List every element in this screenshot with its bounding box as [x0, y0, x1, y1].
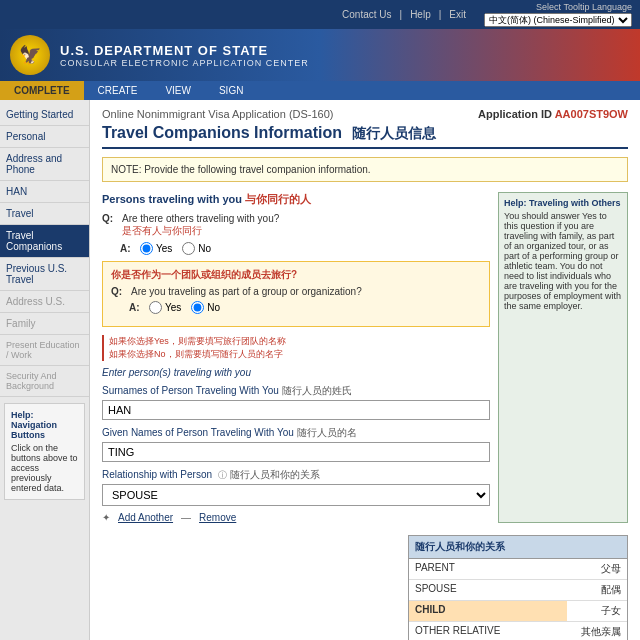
q1-text: Are there others traveling with you? 是否有… [122, 213, 490, 238]
tab-create[interactable]: CREATE [84, 81, 152, 100]
page-title: Travel Companions Information 随行人员信息 [102, 124, 628, 149]
exit-link[interactable]: Exit [449, 9, 466, 20]
section1-title: Persons traveling with you 与你同行的人 [102, 192, 490, 207]
section1-row: Persons traveling with you 与你同行的人 Q: Are… [102, 192, 628, 523]
header-title: U.S. Department of State CONSULAR ELECTR… [60, 43, 309, 68]
surname-label: Surnames of Person Traveling With You 随行… [102, 384, 490, 398]
sidebar-help-text: Click on the buttons above to access pre… [11, 443, 78, 493]
group-no[interactable]: No [191, 301, 220, 314]
sidebar-item-prev-us-travel[interactable]: Previous U.S. Travel [0, 258, 89, 291]
rel-row-child: CHILD 子女 [409, 601, 627, 622]
given-name-input[interactable] [102, 442, 490, 462]
group-q-row: Q: Are you traveling as part of a group … [111, 286, 481, 297]
a1-row: A: Yes No [102, 242, 490, 255]
help-text: You should answer Yes to this question i… [504, 211, 622, 311]
top-bar: Contact Us | Help | Exit Select Tooltip … [0, 0, 640, 29]
group-q-text: Are you traveling as part of a group or … [131, 286, 481, 297]
sidebar-item-getting-started[interactable]: Getting Started [0, 104, 89, 126]
nav-tabs: COMPLETE CREATE VIEW SIGN [0, 81, 640, 100]
actions-row: ✦ Add Another — Remove [102, 512, 490, 523]
main-content: Online Nonimmigrant Visa Application (DS… [90, 100, 640, 640]
help-box: Help: Traveling with Others You should a… [498, 192, 628, 523]
enter-persons-label: Enter person(s) traveling with you [102, 367, 490, 378]
q1-row: Q: Are there others traveling with you? … [102, 213, 490, 238]
section1: Persons traveling with you 与你同行的人 Q: Are… [102, 192, 490, 523]
group-q-cn: 你是否作为一个团队或组织的成员去旅行? [111, 268, 481, 282]
group-section: 你是否作为一个团队或组织的成员去旅行? Q: Are you traveling… [102, 261, 490, 327]
right-annotation: 如果你选择Yes，则需要填写旅行团队的名称 如果你选择No，则需要填写随行人员的… [102, 335, 490, 361]
form-name: Online Nonimmigrant Visa Application (DS… [102, 108, 334, 120]
language-selector[interactable]: 中文(简体) (Chinese-Simplified) [484, 13, 632, 27]
surname-field: Surnames of Person Traveling With You 随行… [102, 384, 490, 420]
rel-row-spouse: SPOUSE 配偶 [409, 580, 627, 601]
tab-view[interactable]: VIEW [151, 81, 205, 100]
no-radio[interactable] [182, 242, 195, 255]
page-title-en: Travel Companions Information [102, 124, 342, 141]
relationship-label: Relationship with Person ⓘ 随行人员和你的关系 [102, 468, 490, 482]
group-a-row: A: Yes No [111, 301, 481, 314]
rel-row-parent: PARENT 父母 [409, 559, 627, 580]
no-option[interactable]: No [182, 242, 211, 255]
dept-subtitle: CONSULAR ELECTRONIC APPLICATION CENTER [60, 58, 309, 68]
travel-companions-radio: Yes No [140, 242, 211, 255]
contact-link[interactable]: Contact Us [342, 9, 391, 20]
group-a-label: A: [129, 302, 143, 313]
department-seal: 🦅 [10, 35, 50, 75]
remove-link[interactable]: Remove [199, 512, 236, 523]
tab-complete[interactable]: COMPLETE [0, 81, 84, 100]
sidebar-item-address[interactable]: Address and Phone [0, 148, 89, 181]
lang-label: Select Tooltip Language [536, 2, 632, 12]
sidebar-item-personal[interactable]: Personal [0, 126, 89, 148]
add-another-link[interactable]: Add Another [118, 512, 173, 523]
help-title: Help: Traveling with Others [504, 198, 622, 208]
surname-input[interactable] [102, 400, 490, 420]
page-title-cn: 随行人员信息 [352, 125, 436, 141]
yes-radio[interactable] [140, 242, 153, 255]
a1-label: A: [120, 243, 134, 254]
q1-label: Q: [102, 213, 116, 224]
relationship-field: Relationship with Person ⓘ 随行人员和你的关系 SPO… [102, 468, 490, 506]
sidebar-item-address-us[interactable]: Address U.S. [0, 291, 89, 313]
note-box: NOTE: Provide the following travel compa… [102, 157, 628, 182]
sidebar-item-security[interactable]: Security And Background [0, 366, 89, 397]
given-label: Given Names of Person Traveling With You… [102, 426, 490, 440]
main-layout: Getting Started Personal Address and Pho… [0, 100, 640, 640]
app-header-row: Online Nonimmigrant Visa Application (DS… [102, 108, 628, 120]
group-q-label: Q: [111, 286, 125, 297]
help-link[interactable]: Help [410, 9, 431, 20]
sidebar: Getting Started Personal Address and Pho… [0, 100, 90, 640]
sidebar-item-han[interactable]: HAN [0, 181, 89, 203]
group-yes-radio[interactable] [149, 301, 162, 314]
relationship-table: 随行人员和你的关系 PARENT 父母 SPOUSE 配偶 CHILD 子女 O… [408, 535, 628, 640]
app-id: Application ID AA007ST9OW [478, 108, 628, 120]
given-name-field: Given Names of Person Traveling With You… [102, 426, 490, 462]
sidebar-item-family[interactable]: Family [0, 313, 89, 335]
yes-option[interactable]: Yes [140, 242, 172, 255]
group-yes[interactable]: Yes [149, 301, 181, 314]
dept-name: U.S. Department of State [60, 43, 309, 58]
tab-sign[interactable]: SIGN [205, 81, 257, 100]
sidebar-item-travel-companions[interactable]: Travel Companions [0, 225, 89, 258]
group-radio: Yes No [149, 301, 220, 314]
rel-table-title: 随行人员和你的关系 [409, 536, 627, 559]
relationship-select[interactable]: SPOUSE [102, 484, 490, 506]
sidebar-help-title: Help: Navigation Buttons [11, 410, 78, 440]
sidebar-item-education[interactable]: Present Education / Work [0, 335, 89, 366]
sidebar-item-travel[interactable]: Travel [0, 203, 89, 225]
rel-row-other-relative: OTHER RELATIVE 其他亲属 [409, 622, 627, 640]
sidebar-help-box: Help: Navigation Buttons Click on the bu… [4, 403, 85, 500]
site-header: 🦅 U.S. Department of State CONSULAR ELEC… [0, 29, 640, 81]
group-no-radio[interactable] [191, 301, 204, 314]
